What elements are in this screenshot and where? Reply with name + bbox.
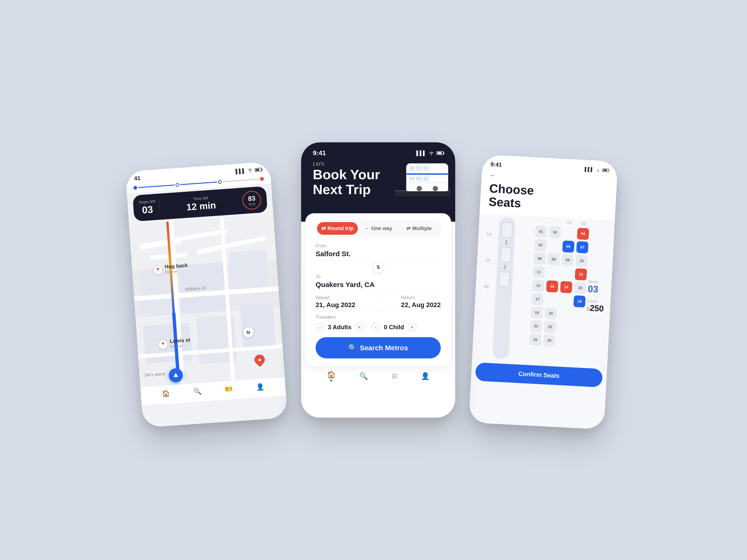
nav-profile-icon[interactable]: 👤 bbox=[256, 383, 264, 391]
seat-14[interactable]: 14 bbox=[560, 281, 572, 294]
to-value: Quakers Yard, CA bbox=[316, 281, 441, 291]
route-dot-start bbox=[133, 186, 137, 190]
stop-lewisst: 📍 Lewis st 01 min bbox=[158, 337, 191, 350]
multiple-icon: ⇌ bbox=[406, 225, 410, 232]
seat-13[interactable]: 13 bbox=[532, 279, 544, 292]
search-btn-label: Search Metros bbox=[360, 344, 408, 352]
row-label-3B: 3B bbox=[478, 280, 495, 293]
train-side-connector-2 bbox=[504, 265, 506, 269]
nav-tickets-btn[interactable]: ⊞ bbox=[391, 372, 397, 380]
seats-title: ChooseSeats bbox=[488, 182, 608, 215]
train-side-window-3 bbox=[499, 272, 510, 288]
multiple-btn[interactable]: ⇌ Multiple bbox=[398, 222, 439, 235]
seat-26[interactable]: 26 bbox=[543, 335, 556, 347]
search-button[interactable]: 🔍 Search Metros bbox=[316, 337, 441, 358]
phone-seats: 9:41 ▌▌▌ ← ChooseSeats 1A 2A 3B bbox=[469, 155, 618, 430]
speed-unit: km/h bbox=[249, 202, 255, 206]
seats-grid: 01 02 01 02 04 03 05 07 bbox=[510, 218, 591, 364]
from-field[interactable]: From Salford St. bbox=[316, 243, 441, 260]
route-line-2 bbox=[180, 182, 217, 185]
seat-12[interactable]: 12 bbox=[575, 268, 587, 281]
speed-circle: 83 km/h bbox=[242, 190, 262, 210]
seat-15[interactable]: 15 bbox=[546, 281, 558, 293]
to-field[interactable]: To Quakers Yard, CA bbox=[316, 274, 441, 291]
confirm-seats-button[interactable]: Confirm Seats bbox=[475, 363, 603, 387]
seat-19[interactable]: 19 bbox=[531, 306, 543, 319]
seat-08[interactable]: 08 bbox=[547, 254, 560, 266]
seat-09[interactable]: 09 bbox=[561, 254, 574, 266]
one-way-btn[interactable]: → One way bbox=[358, 222, 399, 235]
seats-battery-icon bbox=[602, 168, 609, 172]
children-plus-btn[interactable]: + bbox=[408, 323, 417, 331]
seat-17[interactable]: 17 bbox=[531, 293, 544, 305]
children-group: - 0 Child + bbox=[371, 323, 417, 331]
seat-11[interactable]: 11 bbox=[533, 266, 545, 278]
seat-02[interactable]: 02 bbox=[549, 226, 561, 239]
return-col[interactable]: Return 22, Aug 2022 bbox=[401, 295, 441, 309]
seats-stat-value: 03 bbox=[588, 284, 609, 295]
seat-21[interactable]: 21 bbox=[530, 320, 542, 332]
search-icon: 🔍 bbox=[348, 344, 357, 352]
train-side-connector bbox=[506, 240, 508, 245]
to-label: To bbox=[316, 274, 441, 279]
children-minus-btn[interactable]: - bbox=[371, 323, 380, 331]
nav-home-icon[interactable]: 🏠 bbox=[161, 390, 170, 398]
adults-minus-btn[interactable]: - bbox=[316, 323, 325, 331]
booking-header: 9:41 ▌▌▌ Let's Book YourNext Trip bbox=[301, 142, 455, 222]
seat-22[interactable]: 22 bbox=[544, 321, 556, 333]
depart-label: Depart bbox=[316, 295, 355, 300]
seat-row-4: 11 12 bbox=[514, 265, 589, 281]
phone-map: 41 ▌▌▌ Stops bbox=[125, 161, 288, 428]
booking-form: ⇄ Round trip → One way ⇌ Multiple From S… bbox=[305, 213, 451, 366]
seat-row-9: 25 26 bbox=[511, 333, 585, 348]
seat-03[interactable]: 03 bbox=[534, 239, 547, 251]
swap-button[interactable]: ⇅ bbox=[372, 261, 384, 273]
speed-value: 83 bbox=[248, 195, 255, 203]
route-dot-end bbox=[260, 177, 264, 181]
col-header-01: 01 bbox=[564, 220, 575, 226]
from-value: Salford St. bbox=[316, 250, 441, 260]
seat-01[interactable]: 01 bbox=[535, 225, 547, 238]
seat-05[interactable]: 05 bbox=[562, 241, 574, 253]
swap-btn-container: ⇅ bbox=[316, 261, 441, 273]
seat-row-2: 03 05 07 bbox=[516, 238, 590, 254]
round-trip-icon: ⇄ bbox=[321, 225, 326, 232]
nav-profile-btn[interactable]: 👤 bbox=[421, 372, 430, 380]
seat-row-5: 13 15 14 16 bbox=[514, 278, 588, 294]
nav-home-btn[interactable]: 🏠 bbox=[327, 371, 336, 381]
seat-04[interactable]: 04 bbox=[577, 228, 589, 240]
seat-07[interactable]: 07 bbox=[576, 241, 589, 254]
seat-18[interactable]: 18 bbox=[573, 295, 586, 308]
seats-header: ← ChooseSeats bbox=[480, 169, 617, 220]
depart-col[interactable]: Depart 21, Aug 2022 bbox=[316, 295, 355, 309]
one-way-icon: → bbox=[364, 225, 369, 232]
nav-tickets-icon[interactable]: 🎫 bbox=[225, 385, 233, 393]
nav-explore-btn[interactable]: 🔍 bbox=[359, 372, 368, 380]
nav-explore-icon[interactable]: 🔍 bbox=[193, 387, 202, 395]
depart-value: 21, Aug 2022 bbox=[316, 301, 355, 309]
route-dot-mid2 bbox=[218, 180, 222, 184]
route-dot-mid1 bbox=[176, 183, 180, 187]
seats-signal-icon: ▌▌▌ bbox=[585, 167, 594, 172]
seat-20[interactable]: 20 bbox=[545, 307, 557, 320]
bottom-nav-booking: 🏠 🔍 ⊞ 👤 bbox=[301, 366, 455, 389]
battery-icon bbox=[255, 168, 262, 172]
seat-10[interactable]: 10 bbox=[575, 255, 588, 267]
seat-25[interactable]: 25 bbox=[529, 334, 542, 346]
adults-plus-btn[interactable]: + bbox=[355, 323, 364, 331]
round-trip-btn[interactable]: ⇄ Round trip bbox=[317, 222, 358, 235]
map-time: 41 bbox=[134, 175, 141, 182]
route-line-3 bbox=[223, 179, 259, 182]
row-label-1A: 1A bbox=[481, 228, 498, 241]
seat-row-7: 19 20 bbox=[512, 306, 587, 321]
seat-16[interactable]: 16 bbox=[574, 282, 586, 294]
map-area[interactable]: Williams rd Jim's stand 📍 Hog back 05 mi… bbox=[129, 214, 285, 387]
col-header-02: 02 bbox=[577, 221, 589, 226]
from-label: From bbox=[316, 243, 441, 248]
seat-06[interactable]: 06 bbox=[534, 253, 546, 265]
route-line-1 bbox=[138, 185, 175, 188]
train-illustration bbox=[394, 154, 450, 201]
travellers-row: - 3 Adults + - 0 Child + bbox=[316, 323, 441, 331]
seats-main: 1A 2A 3B bbox=[472, 213, 615, 367]
one-way-label: One way bbox=[371, 225, 392, 232]
